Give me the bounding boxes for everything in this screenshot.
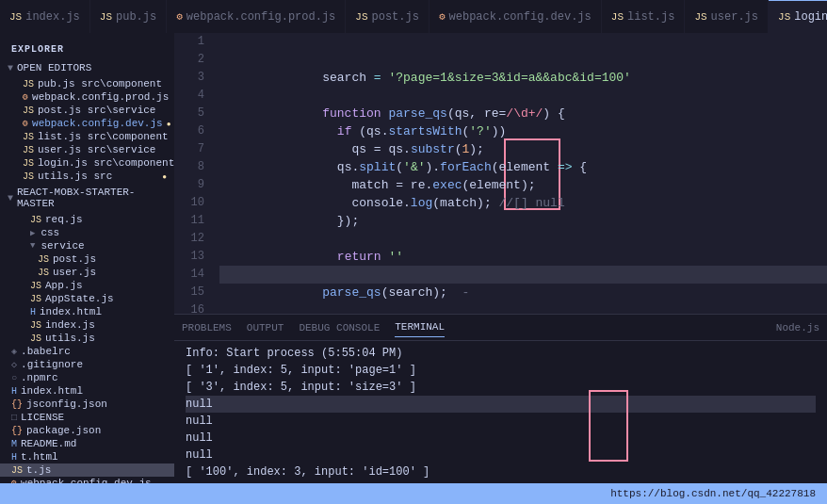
tab-webpack-dev[interactable]: ⚙ webpack.config.dev.js bbox=[430, 0, 602, 33]
sidebar-item-readme[interactable]: M README.md bbox=[0, 437, 174, 450]
code-line-6: qs = qs.substr(1); bbox=[219, 122, 827, 140]
tab-debug-console[interactable]: DEBUG CONSOLE bbox=[299, 318, 380, 337]
sidebar-item-gitignore[interactable]: ◇ .gitignore bbox=[0, 358, 174, 371]
file-icon-app: JS bbox=[30, 281, 41, 291]
sidebar-item-login-js[interactable]: JS login.js src\component bbox=[0, 156, 174, 170]
sidebar-item-utils-js[interactable]: JS utils.js src ● bbox=[0, 170, 174, 183]
terminal-line-1: Info: Start process (5:55:04 PM) bbox=[186, 345, 816, 362]
sidebar-item-webpack-dev[interactable]: ⚙ webpack.config.dev.js ● bbox=[0, 117, 174, 130]
code-line-10: }); bbox=[219, 194, 827, 212]
code-editor: 1 2 3 4 5 6 7 8 9 10 11 12 13 14 15 16 1 bbox=[174, 33, 827, 314]
tab-user-js[interactable]: JS user.js bbox=[685, 0, 769, 33]
file-icon-post: JS bbox=[23, 106, 34, 116]
tab-icon-post-js: JS bbox=[355, 11, 367, 23]
panel-tabs: PROBLEMS OUTPUT DEBUG CONSOLE TERMINAL N… bbox=[174, 315, 827, 341]
file-icon-index-html2: H bbox=[11, 386, 17, 397]
terminal-line-9: Info: End process (5:55:04 PM) bbox=[186, 480, 816, 483]
sidebar-item-utils-js2[interactable]: JS utils.js bbox=[0, 332, 174, 345]
utils-modified: ● bbox=[162, 172, 167, 181]
tab-terminal[interactable]: TERMINAL bbox=[395, 317, 445, 337]
sidebar-item-jsconfig[interactable]: {} jsconfig.json bbox=[0, 398, 174, 411]
file-icon-license: □ bbox=[11, 413, 17, 423]
file-icon-jsconfig: {} bbox=[11, 399, 23, 410]
code-line-5: if (qs.startsWith('?')) bbox=[219, 105, 827, 122]
file-icon-user2: JS bbox=[38, 268, 49, 278]
file-icon-webpack-prod: ⚙ bbox=[23, 91, 28, 103]
section-project[interactable]: ▼ REACT-MOBX-STARTER-MASTER bbox=[0, 183, 174, 213]
panel-content[interactable]: Info: Start process (5:55:04 PM) [ '1', … bbox=[174, 341, 827, 483]
code-line-9: console.log(match); //[] null bbox=[219, 176, 827, 194]
tab-icon-user-js: JS bbox=[694, 11, 706, 23]
tab-list-js[interactable]: JS list.js bbox=[602, 0, 686, 33]
sidebar-item-npmrc[interactable]: ○ .npmrc bbox=[0, 371, 174, 384]
sidebar-item-appstate[interactable]: JS AppState.js bbox=[0, 292, 174, 305]
section-label-open-editors: OPEN EDITORS bbox=[17, 62, 91, 73]
sidebar-item-package-json[interactable]: {} package.json bbox=[0, 424, 174, 437]
sidebar-item-babelrc[interactable]: ◈ .babelrc bbox=[0, 345, 174, 358]
code-line-14: parse_qs(search); - bbox=[219, 266, 827, 284]
panel-actions: Node.js bbox=[776, 322, 819, 333]
section-label-project: REACT-MOBX-STARTER-MASTER bbox=[17, 187, 167, 209]
sidebar-item-index-js2[interactable]: JS index.js bbox=[0, 318, 174, 332]
sidebar-item-t-js[interactable]: JS t.js bbox=[0, 463, 174, 477]
file-icon-t-js: JS bbox=[11, 465, 23, 476]
file-icon-gitignore: ◇ bbox=[11, 359, 17, 370]
file-icon-utils: JS bbox=[23, 171, 34, 182]
sidebar-item-t-html[interactable]: H t.html bbox=[0, 450, 174, 463]
explorer-title: EXPLORER bbox=[0, 37, 174, 58]
file-icon-pub: JS bbox=[23, 79, 34, 89]
folder-arrow-css: ▶ bbox=[30, 228, 35, 238]
tab-login-js[interactable]: JS login.js ● bbox=[769, 0, 827, 33]
code-line-2: search = '?page=1&size=3&id=a&&abc&id=10… bbox=[219, 51, 827, 69]
sidebar-item-pub-js[interactable]: JS pub.js src\component bbox=[0, 77, 174, 90]
code-line-15 bbox=[219, 284, 827, 301]
terminal-line-8: [ '100', index: 3, input: 'id=100' ] bbox=[186, 463, 816, 480]
terminal-line-6: null bbox=[186, 430, 816, 447]
section-arrow-project: ▼ bbox=[8, 193, 13, 203]
tab-index-js[interactable]: JS index.js bbox=[0, 0, 90, 33]
code-content[interactable]: 1 2 3 4 5 6 7 8 9 10 11 12 13 14 15 16 1 bbox=[174, 33, 827, 314]
section-open-editors[interactable]: ▼ OPEN EDITORS bbox=[0, 58, 174, 77]
status-url: https://blog.csdn.net/qq_42227818 bbox=[610, 488, 816, 499]
editor-area: 1 2 3 4 5 6 7 8 9 10 11 12 13 14 15 16 1 bbox=[174, 33, 827, 483]
tab-post-js[interactable]: JS post.js bbox=[346, 0, 430, 33]
code-line-12: return '' bbox=[219, 230, 827, 248]
terminal-line-4: null bbox=[186, 396, 816, 413]
sidebar-item-license[interactable]: □ LICENSE bbox=[0, 411, 174, 424]
sidebar-item-post[interactable]: JS post.js bbox=[0, 252, 174, 266]
terminal-line-3: [ '3', index: 5, input: 'size=3' ] bbox=[186, 379, 816, 396]
sidebar-item-index-html2[interactable]: H index.html bbox=[0, 384, 174, 398]
file-icon-req: JS bbox=[30, 215, 41, 225]
sidebar-item-service[interactable]: ▼ service bbox=[0, 239, 174, 252]
sidebar-item-index-html[interactable]: H index.html bbox=[0, 305, 174, 318]
sidebar-content: EXPLORER ▼ OPEN EDITORS JS pub.js src\co… bbox=[0, 33, 174, 483]
code-line-8: match = re.exec(element); bbox=[219, 158, 827, 176]
sidebar-item-user[interactable]: JS user.js bbox=[0, 266, 174, 279]
sidebar-item-req[interactable]: JS req.js bbox=[0, 213, 174, 226]
tab-pub-js[interactable]: JS pub.js bbox=[90, 0, 167, 33]
code-line-16 bbox=[219, 301, 827, 314]
file-icon-index-html: H bbox=[30, 307, 36, 317]
file-icon-readme: M bbox=[11, 439, 17, 449]
file-icon-list: JS bbox=[23, 132, 34, 142]
sidebar-item-app[interactable]: JS App.js bbox=[0, 279, 174, 292]
sidebar-item-list-js[interactable]: JS list.js src\component bbox=[0, 130, 174, 143]
tab-icon-list-js: JS bbox=[611, 11, 624, 23]
sidebar-item-user-js[interactable]: JS user.js src\service bbox=[0, 143, 174, 156]
terminal-line-5: null bbox=[186, 413, 816, 430]
sidebar-item-css[interactable]: ▶ css bbox=[0, 226, 174, 239]
status-bar: https://blog.csdn.net/qq_42227818 bbox=[0, 483, 827, 504]
sidebar-item-webpack-prod[interactable]: ⚙ webpack.config.prod.js bbox=[0, 90, 174, 104]
file-icon-babelrc: ◈ bbox=[11, 346, 17, 357]
sidebar-item-webpack-dev2[interactable]: ⚙ webpack.config.dev.js bbox=[0, 477, 174, 483]
code-line-11 bbox=[219, 212, 827, 230]
terminal-line-2: [ '1', index: 5, input: 'page=1' ] bbox=[186, 362, 816, 379]
tab-output[interactable]: OUTPUT bbox=[247, 318, 284, 337]
main-layout: EXPLORER ▼ OPEN EDITORS JS pub.js src\co… bbox=[0, 33, 827, 483]
tab-webpack-prod[interactable]: ⚙ webpack.config.prod.js bbox=[167, 0, 346, 33]
tab-problems[interactable]: PROBLEMS bbox=[182, 318, 232, 337]
code-lines[interactable]: search = '?page=1&size=3&id=a&&abc&id=10… bbox=[212, 33, 827, 314]
file-icon-webpack-dev: ⚙ bbox=[23, 118, 28, 129]
sidebar-item-post-js[interactable]: JS post.js src\service bbox=[0, 104, 174, 117]
terminal-action-nodejs[interactable]: Node.js bbox=[776, 322, 819, 333]
